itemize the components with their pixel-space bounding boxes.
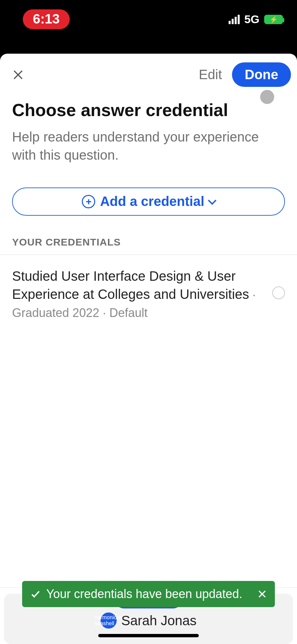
modal-sheet: Edit Done Choose answer credential Help … <box>0 54 297 644</box>
add-credential-label: Add a credential <box>100 194 204 209</box>
your-credentials-label: YOUR CREDENTIALS <box>12 236 285 248</box>
decorative-dot <box>260 90 274 104</box>
credential-item[interactable]: Studied User Interface Design & User Exp… <box>0 255 297 321</box>
close-button[interactable] <box>10 67 26 83</box>
battery-icon: ⚡ <box>264 15 283 24</box>
top-bar-actions: Edit Done <box>199 62 291 87</box>
page-title: Choose answer credential <box>12 100 285 120</box>
toast-close-icon[interactable] <box>257 589 267 599</box>
check-icon <box>30 589 41 599</box>
charging-bolt-icon: ⚡ <box>270 16 278 23</box>
credential-title: Studied User Interface Design & User Exp… <box>12 269 249 302</box>
preview-username: Sarah Jonas <box>121 613 197 628</box>
avatar-icon: harmonious seashell <box>101 612 117 629</box>
cellular-signal-icon <box>229 15 240 24</box>
close-icon <box>12 69 24 81</box>
network-label: 5G <box>244 13 259 26</box>
edit-button[interactable]: Edit <box>199 67 222 82</box>
status-right: 5G ⚡ <box>229 13 283 26</box>
success-toast: Your credentials have been updated. <box>22 581 275 607</box>
heading-block: Choose answer credential Help readers un… <box>0 94 297 164</box>
chevron-down-icon <box>208 196 216 205</box>
home-indicator[interactable] <box>98 634 199 637</box>
status-bar: 6:13 5G ⚡ <box>0 0 297 54</box>
preview-user-row: harmonious seashell Sarah Jonas <box>11 612 286 629</box>
plus-circle-icon: + <box>82 195 95 208</box>
status-time-pill: 6:13 <box>23 9 70 29</box>
credential-text: Studied User Interface Design & User Exp… <box>12 267 265 321</box>
add-credential-button[interactable]: + Add a credential <box>12 187 285 216</box>
toast-message: Your credentials have been updated. <box>46 587 252 601</box>
top-bar: Edit Done <box>0 54 297 94</box>
page-subtitle: Help readers understand your experience … <box>12 128 285 164</box>
credential-radio[interactable] <box>272 286 285 299</box>
done-button[interactable]: Done <box>232 62 291 87</box>
